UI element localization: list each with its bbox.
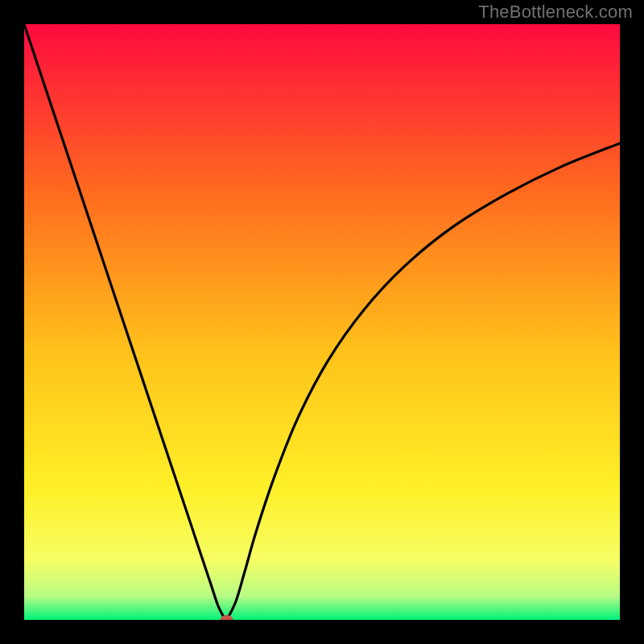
plot-background [24, 24, 620, 620]
bottleneck-chart [24, 24, 620, 620]
chart-container: { "watermark": "TheBottleneck.com", "col… [0, 0, 644, 644]
watermark-text: TheBottleneck.com [478, 2, 633, 23]
